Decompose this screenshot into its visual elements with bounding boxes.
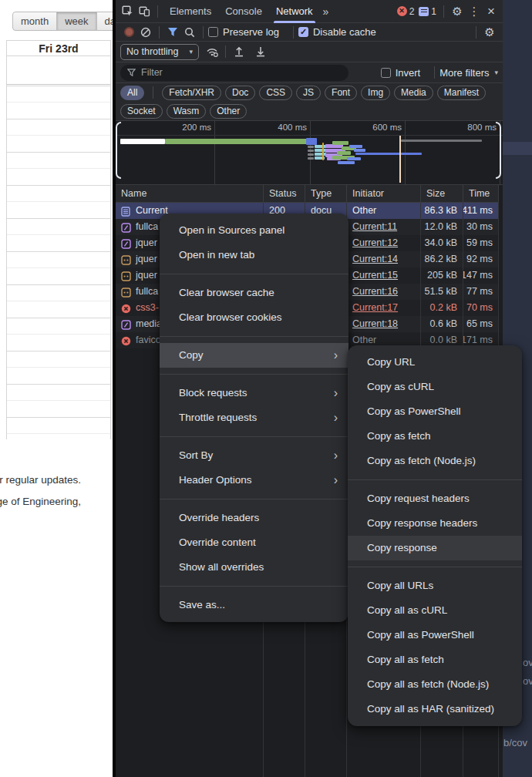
menu-item-copy-url[interactable]: Copy URL (348, 350, 522, 375)
tab-network[interactable]: Network (269, 0, 320, 23)
menu-item-copy-all-as-powershell[interactable]: Copy all as PowerShell (348, 623, 522, 648)
filter-chip-fetch-xhr[interactable]: Fetch/XHR (162, 86, 221, 100)
copy-submenu: Copy URLCopy as cURLCopy as PowerShellCo… (348, 345, 522, 726)
search-icon[interactable] (181, 24, 198, 41)
column-header-status[interactable]: Status (264, 185, 305, 202)
device-toolbar-icon[interactable] (136, 3, 153, 20)
script-icon (121, 287, 131, 297)
initiator-link[interactable]: Current:17 (352, 300, 398, 316)
overview-request-bar (401, 140, 482, 142)
overview-left-handle[interactable] (116, 122, 121, 179)
issues-badge[interactable]: 1 (419, 6, 436, 17)
filter-chip-media[interactable]: Media (394, 86, 433, 100)
menu-item-label: Copy response (367, 536, 511, 560)
menu-item-copy-response[interactable]: Copy response (348, 536, 522, 560)
disable-cache-checkbox[interactable]: ✓ (298, 27, 308, 37)
menu-item-copy[interactable]: Copy› (160, 343, 348, 368)
menu-item-header-options[interactable]: Header Options› (160, 468, 348, 493)
calendar-time-slots[interactable] (7, 86, 110, 439)
network-overview-timeline[interactable]: 200 ms400 ms600 ms800 ms (116, 121, 503, 185)
divider (157, 5, 158, 18)
submenu-chevron-icon: › (334, 382, 338, 405)
menu-item-label: Copy all as HAR (sanitized) (367, 697, 511, 722)
invert-checkbox[interactable] (381, 68, 391, 78)
menu-item-copy-as-fetch-node-js[interactable]: Copy as fetch (Node.js) (348, 449, 522, 473)
initiator-link[interactable]: Current:15 (352, 267, 398, 284)
export-har-icon[interactable] (252, 43, 269, 60)
filter-chip-all[interactable]: All (120, 86, 144, 100)
view-button-month[interactable]: month (12, 12, 57, 31)
initiator-link[interactable]: Current:18 (352, 316, 398, 332)
menu-item-copy-as-curl[interactable]: Copy as cURL (348, 375, 522, 399)
more-tabs-icon[interactable]: » (320, 5, 332, 18)
menu-item-copy-all-urls[interactable]: Copy all URLs (348, 574, 522, 598)
menu-item-open-in-sources-panel[interactable]: Open in Sources panel (160, 218, 348, 243)
cell-time: 70 ms (463, 300, 499, 316)
column-header-type[interactable]: Type (305, 185, 347, 202)
column-header-time[interactable]: Time (463, 185, 499, 202)
filter-chip-manifest[interactable]: Manifest (437, 86, 486, 100)
menu-item-label: Copy request headers (367, 486, 511, 511)
error-badge[interactable]: ✕ 2 (397, 6, 415, 17)
view-button-day[interactable]: day (96, 12, 113, 31)
inspect-element-icon[interactable] (119, 3, 136, 20)
throttling-select[interactable]: No throttling ▾ (120, 44, 199, 60)
filter-toggle-icon[interactable] (164, 24, 181, 41)
menu-item-open-in-new-tab[interactable]: Open in new tab (160, 243, 348, 267)
menu-item-block-requests[interactable]: Block requests› (160, 381, 348, 405)
import-har-icon[interactable] (231, 43, 247, 60)
menu-item-show-all-overrides[interactable]: Show all overrides (160, 555, 348, 580)
cell-time: 147 ms (463, 267, 499, 284)
more-filters-button[interactable]: More filters ▾ (439, 67, 498, 79)
menu-item-clear-browser-cache[interactable]: Clear browser cache (160, 281, 348, 305)
view-button-week[interactable]: week (56, 12, 96, 31)
menu-item-copy-all-as-har-sanitized[interactable]: Copy all as HAR (sanitized) (348, 697, 522, 722)
filter-chip-wasm[interactable]: Wasm (167, 104, 207, 119)
tab-console[interactable]: Console (218, 0, 269, 23)
filter-chip-font[interactable]: Font (325, 86, 357, 100)
menu-item-save-as[interactable]: Save as... (160, 593, 348, 617)
menu-item-clear-browser-cookies[interactable]: Clear browser cookies (160, 305, 348, 330)
filter-input[interactable]: Filter (120, 65, 348, 81)
cell-initiator: Current:14 (347, 251, 421, 267)
menu-item-override-headers[interactable]: Override headers (160, 506, 348, 530)
menu-item-throttle-requests[interactable]: Throttle requests› (160, 405, 348, 430)
kebab-menu-icon[interactable]: ⋮ (466, 3, 483, 20)
initiator-link[interactable]: Current:11 (352, 219, 397, 235)
record-network-log-icon[interactable] (120, 24, 137, 41)
settings-gear-icon[interactable]: ⚙ (449, 3, 466, 20)
column-header-name[interactable]: Name (116, 185, 264, 202)
overview-request-bar (306, 138, 317, 145)
calendar-allday-slot[interactable] (7, 56, 110, 85)
filter-chip-doc[interactable]: Doc (225, 86, 255, 100)
clear-network-log-icon[interactable] (137, 24, 154, 41)
menu-item-copy-all-as-fetch[interactable]: Copy all as fetch (348, 648, 522, 672)
overview-right-handle[interactable] (496, 122, 501, 179)
menu-item-copy-all-as-fetch-node-js[interactable]: Copy all as fetch (Node.js) (348, 672, 522, 697)
initiator-link[interactable]: Current:12 (352, 235, 398, 251)
initiator-link[interactable]: Current:16 (352, 284, 398, 300)
menu-item-copy-as-fetch[interactable]: Copy as fetch (348, 424, 522, 449)
column-header-size[interactable]: Size (421, 185, 463, 202)
menu-item-sort-by[interactable]: Sort By› (160, 443, 348, 468)
tab-elements[interactable]: Elements (163, 0, 218, 23)
network-conditions-icon[interactable] (204, 43, 221, 60)
filter-chip-socket[interactable]: Socket (120, 104, 163, 119)
menu-item-copy-response-headers[interactable]: Copy response headers (348, 511, 522, 536)
menu-item-copy-all-as-curl[interactable]: Copy all as cURL (348, 598, 522, 623)
column-header-initiator[interactable]: Initiator (347, 185, 421, 202)
chevron-down-icon: ▾ (189, 48, 193, 56)
preserve-log-checkbox[interactable] (208, 27, 218, 37)
menu-item-label: Copy as fetch (367, 424, 511, 449)
initiator-link[interactable]: Current:14 (352, 251, 398, 267)
filter-chip-other[interactable]: Other (210, 104, 247, 119)
filter-chip-img[interactable]: Img (361, 86, 390, 100)
close-devtools-icon[interactable]: × (483, 3, 500, 20)
menu-item-copy-as-powershell[interactable]: Copy as PowerShell (348, 399, 522, 424)
menu-item-override-content[interactable]: Override content (160, 530, 348, 555)
submenu-chevron-icon: › (334, 444, 338, 467)
filter-chip-js[interactable]: JS (296, 86, 321, 100)
filter-chip-css[interactable]: CSS (259, 86, 292, 100)
network-settings-gear-icon[interactable]: ⚙ (481, 24, 498, 41)
menu-item-copy-request-headers[interactable]: Copy request headers (348, 486, 522, 511)
